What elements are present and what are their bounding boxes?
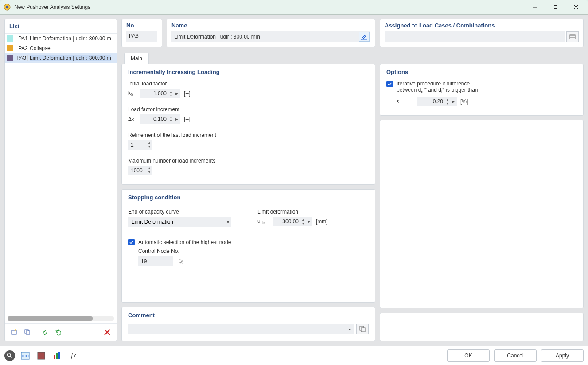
name-panel: Name Limit Deformation | udir : 300.00 m… bbox=[167, 19, 375, 47]
control-node-label: Control Node No. bbox=[138, 248, 369, 254]
help-button[interactable] bbox=[4, 350, 15, 361]
no-field[interactable]: PA3 bbox=[126, 31, 157, 42]
udir-spinner[interactable]: 300.00 ▲▼ ▶ bbox=[273, 217, 312, 226]
list-toolbar bbox=[5, 323, 117, 341]
list-body[interactable]: PA1 Limit Deformation | udir : 800.00 m … bbox=[5, 34, 117, 314]
list-item-id: PA2 bbox=[15, 45, 28, 51]
units-button[interactable]: 0,00 bbox=[19, 350, 31, 361]
k0-spinner[interactable]: 1.000 ▲▼ ▶ bbox=[140, 89, 180, 98]
name-label: Name bbox=[171, 22, 370, 29]
auto-selection-checkbox[interactable] bbox=[128, 239, 135, 245]
copy-item-button[interactable] bbox=[22, 326, 33, 338]
eps-unit: [%] bbox=[460, 98, 468, 105]
spinner-up-icon: ▲ bbox=[300, 217, 306, 221]
footer: 0,00 ƒx OK Cancel Apply bbox=[0, 346, 588, 365]
spinner-down-icon: ▼ bbox=[147, 145, 152, 149]
assigned-panel: Assigned to Load Cases / Combinations bbox=[380, 19, 584, 47]
end-dropdown[interactable]: Limit Deformation ▾ bbox=[128, 217, 231, 227]
pick-node-button[interactable] bbox=[175, 256, 187, 267]
k0-unit: [--] bbox=[184, 90, 191, 97]
dk-symbol: Δk bbox=[128, 116, 140, 122]
assigned-field[interactable] bbox=[385, 31, 565, 42]
spinner-play-icon: ▶ bbox=[306, 220, 312, 224]
check-button[interactable] bbox=[39, 326, 51, 338]
stopping-title: Stopping condition bbox=[128, 194, 369, 201]
options-section: Options Iterative procedure if differenc… bbox=[380, 64, 584, 116]
spinner-up-icon: ▲ bbox=[445, 97, 450, 101]
name-field[interactable]: Limit Deformation | udir : 300.00 mm bbox=[174, 34, 359, 40]
spinner-play-icon: ▶ bbox=[174, 92, 180, 96]
maximize-button[interactable] bbox=[545, 1, 566, 13]
svg-rect-3 bbox=[554, 6, 557, 9]
comment-title: Comment bbox=[128, 312, 369, 318]
end-label: End of capacity curve bbox=[128, 209, 231, 215]
spinner-down-icon: ▼ bbox=[445, 101, 450, 105]
svg-point-17 bbox=[8, 353, 11, 356]
spinner-down-icon: ▼ bbox=[147, 171, 152, 175]
tab-row: Main bbox=[121, 51, 584, 64]
svg-text:0,00: 0,00 bbox=[22, 354, 29, 358]
max-spinner[interactable]: 1000 ▲▼ bbox=[128, 166, 152, 175]
chevron-down-icon: ▾ bbox=[349, 327, 351, 332]
assigned-browse-button[interactable] bbox=[566, 31, 579, 42]
list-item-desc: Collapse bbox=[30, 45, 51, 51]
incremental-title: Incrementally Increasing Loading bbox=[128, 69, 369, 75]
svg-rect-23 bbox=[56, 353, 58, 359]
chevron-down-icon: ▾ bbox=[227, 220, 229, 225]
tab-container: Main Incrementally Increasing Loading In… bbox=[121, 51, 584, 341]
control-node-field[interactable]: 19 bbox=[138, 256, 173, 266]
list-item[interactable]: PA1 Limit Deformation | udir : 800.00 m bbox=[5, 34, 117, 43]
list-color-swatch bbox=[7, 55, 13, 61]
svg-line-18 bbox=[10, 356, 12, 358]
spinner-play-icon: ▶ bbox=[450, 100, 456, 104]
list-item-desc: Limit Deformation | udir : 800.00 m bbox=[30, 35, 111, 42]
minimize-button[interactable] bbox=[525, 1, 545, 13]
auto-selection-label: Automatic selection of the highest node bbox=[138, 239, 231, 245]
max-label: Maximum number of load increments bbox=[128, 158, 369, 164]
close-button[interactable] bbox=[566, 1, 586, 13]
apply-button[interactable]: Apply bbox=[541, 349, 584, 362]
list-item-selected[interactable]: PA3 Limit Deformation | udir : 300.00 m bbox=[5, 53, 117, 63]
stopping-section: Stopping condition End of capacity curve… bbox=[121, 189, 375, 303]
spinner-up-icon: ▲ bbox=[168, 89, 174, 93]
eps-symbol: ε bbox=[397, 98, 417, 105]
iterative-label: Iterative procedure if difference betwee… bbox=[397, 81, 478, 94]
ok-button[interactable]: OK bbox=[447, 349, 490, 362]
charts-button[interactable] bbox=[51, 350, 63, 361]
assigned-label: Assigned to Load Cases / Combinations bbox=[385, 22, 579, 29]
udir-unit: [mm] bbox=[316, 218, 328, 225]
svg-rect-8 bbox=[26, 331, 30, 334]
list-item-desc: Limit Deformation | udir : 300.00 m bbox=[30, 55, 111, 61]
svg-rect-16 bbox=[361, 328, 365, 332]
comment-library-button[interactable] bbox=[356, 324, 369, 334]
edit-name-button[interactable] bbox=[359, 32, 370, 42]
delete-button[interactable] bbox=[101, 326, 113, 338]
list-color-swatch bbox=[7, 35, 13, 42]
options-title: Options bbox=[386, 69, 577, 75]
workspace: List PA1 Limit Deformation | udir : 800.… bbox=[0, 14, 588, 346]
svg-rect-24 bbox=[58, 352, 60, 359]
iterative-checkbox[interactable] bbox=[386, 81, 393, 87]
right-area: No. PA3 Name Limit Deformation | udir : … bbox=[121, 19, 584, 341]
list-item[interactable]: PA2 Collapse bbox=[5, 43, 117, 53]
cancel-button[interactable]: Cancel bbox=[494, 349, 537, 362]
dk-spinner[interactable]: 0.100 ▲▼ ▶ bbox=[140, 114, 180, 124]
initial-load-label: Initial load factor bbox=[128, 81, 369, 87]
no-label: No. bbox=[126, 22, 157, 29]
comment-dropdown[interactable]: ▾ bbox=[128, 324, 354, 334]
fx-button[interactable]: ƒx bbox=[67, 350, 79, 361]
spinner-up-icon: ▲ bbox=[147, 167, 152, 171]
tab-main[interactable]: Main bbox=[124, 53, 149, 64]
refine-spinner[interactable]: 1 ▲▼ bbox=[128, 140, 152, 150]
refresh-check-button[interactable] bbox=[53, 326, 64, 338]
list-horizontal-scrollbar[interactable] bbox=[8, 316, 114, 321]
list-panel: List PA1 Limit Deformation | udir : 800.… bbox=[4, 19, 117, 341]
eps-spinner[interactable]: 0.20 ▲▼ ▶ bbox=[417, 97, 457, 106]
color-button[interactable] bbox=[35, 350, 47, 361]
spinner-down-icon: ▼ bbox=[300, 221, 306, 225]
svg-text:ƒx: ƒx bbox=[70, 353, 77, 359]
no-panel: No. PA3 bbox=[121, 19, 162, 47]
udir-symbol: udir bbox=[257, 218, 273, 225]
new-item-button[interactable] bbox=[8, 326, 20, 338]
spinner-down-icon: ▼ bbox=[168, 93, 174, 97]
